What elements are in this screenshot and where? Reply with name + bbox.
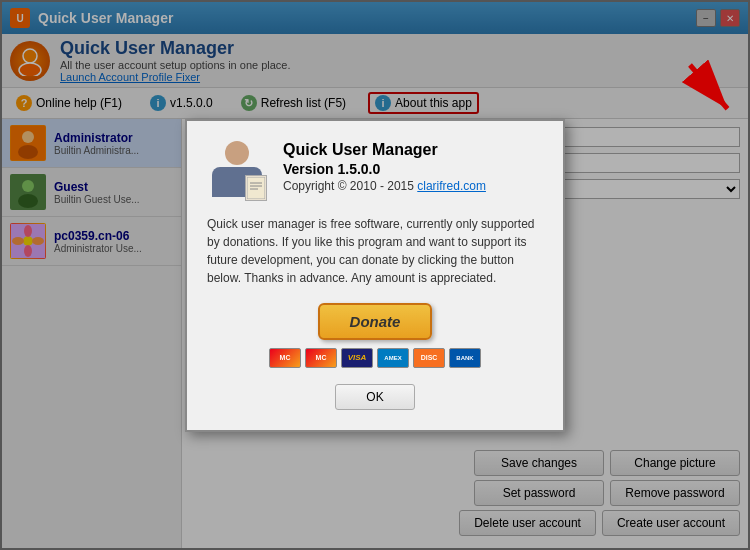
ok-button[interactable]: OK — [335, 384, 414, 410]
modal-version: Version 1.5.0.0 — [283, 161, 486, 177]
mastercard-icon: MC — [269, 348, 301, 368]
modal-copyright: Copyright © 2010 - 2015 clarifred.com — [283, 179, 486, 193]
donate-button[interactable]: Donate — [318, 303, 433, 340]
modal-header: Quick User Manager Version 1.5.0.0 Copyr… — [207, 141, 543, 201]
website-link[interactable]: clarifred.com — [417, 179, 486, 193]
about-dialog: Quick User Manager Version 1.5.0.0 Copyr… — [185, 119, 565, 432]
discover-icon: DISC — [413, 348, 445, 368]
payment-icons: MC MC VISA AMEX DISC BANK — [269, 348, 481, 368]
visa-icon: VISA — [341, 348, 373, 368]
modal-title-block: Quick User Manager Version 1.5.0.0 Copyr… — [283, 141, 486, 193]
amex-icon: AMEX — [377, 348, 409, 368]
donate-section: Donate MC MC VISA AMEX DISC BANK — [207, 303, 543, 368]
person-doc — [245, 175, 267, 201]
bank-icon: BANK — [449, 348, 481, 368]
app-person-icon — [207, 141, 267, 201]
person-head — [225, 141, 249, 165]
mastercard2-icon: MC — [305, 348, 337, 368]
modal-footer: OK — [207, 384, 543, 410]
svg-line-15 — [690, 65, 728, 109]
modal-description: Quick user manager is free software, cur… — [207, 215, 543, 287]
modal-overlay: Quick User Manager Version 1.5.0.0 Copyr… — [0, 0, 750, 550]
red-arrow-indicator — [590, 40, 740, 140]
copyright-text: Copyright © 2010 - 2015 — [283, 179, 414, 193]
modal-app-name: Quick User Manager — [283, 141, 486, 159]
svg-rect-16 — [247, 177, 265, 199]
